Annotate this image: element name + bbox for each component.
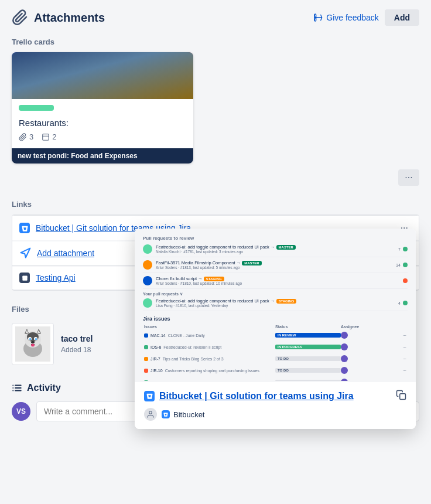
pr-title: Featreduced-ui: add toggle component to …: [156, 244, 395, 250]
svg-point-11: [29, 338, 31, 340]
trello-card-image: [12, 52, 193, 99]
svg-rect-0: [43, 134, 49, 140]
jira-dot: [144, 357, 148, 361]
copy-icon: [396, 390, 406, 400]
jira-assignee: [341, 367, 348, 374]
jira-key: JIR-10 Customers reporting shoping cart …: [144, 369, 275, 373]
jira-status: IN REVIEW: [275, 333, 341, 338]
build-indicator: [403, 301, 408, 305]
svg-marker-2: [21, 248, 30, 258]
popup-preview-content: Pull requests to review Featreduced-ui: …: [135, 229, 416, 381]
pr-title: Featreduced-ui: add toggle component to …: [156, 298, 395, 304]
build-indicator: [403, 263, 408, 267]
trello-card-name: Restaurants:: [19, 118, 186, 128]
pr-stats-2: 34: [396, 263, 408, 267]
trello-card-meta: 3 2: [19, 132, 186, 141]
pr-item: Chore: fix build script → STAGING Artur …: [143, 276, 408, 289]
pr-stats-4: 4: [398, 301, 408, 305]
popup-link-title[interactable]: Bitbucket | Git solution for teams using…: [159, 391, 354, 401]
pr-content: Chore: fix build script → STAGING Artur …: [156, 276, 399, 285]
source-name-text: Bitbucket: [173, 410, 204, 419]
popup-source-row: Bitbucket: [144, 408, 406, 421]
pr-item: FastFil-3571 Media Filmstrip Component →…: [143, 260, 408, 273]
megaphone-icon: [313, 13, 323, 22]
svg-rect-3: [22, 275, 27, 280]
add-button[interactable]: Add: [385, 9, 419, 26]
jira-table-header: Issues Status Assignee: [143, 325, 408, 329]
trello-more-button[interactable]: ···: [398, 169, 419, 186]
pr-stats-1: 7: [398, 247, 408, 251]
jira-row: JIR-10 Customers reporting shoping cart …: [143, 366, 408, 376]
links-section-label: Links: [12, 200, 419, 209]
jira-assignee: [341, 379, 348, 381]
popup-title-row: Bitbucket | Git solution for teams using…: [144, 390, 406, 402]
pr-content: Featreduced-ui: add toggle component to …: [156, 298, 395, 308]
trello-card-body: Restaurants: 3 2: [12, 99, 193, 148]
build-indicator: [403, 278, 408, 283]
avatar: VS: [12, 402, 30, 421]
pr-avatar: [143, 260, 152, 270]
popup-source-name: Bitbucket: [162, 410, 204, 419]
popup-bitbucket-icon: [144, 391, 155, 401]
svg-point-26: [149, 411, 152, 414]
add-attachment-icon: [19, 247, 31, 259]
file-info: taco trel Added 18: [61, 334, 93, 354]
bitbucket-icon: [19, 223, 30, 233]
pr-item: Featreduced-ui: add toggle component to …: [143, 244, 408, 257]
jira-row: MAC-14 CLONE - June Daily IN REVIEW ···: [143, 331, 408, 340]
trello-card[interactable]: Restaurants: 3 2: [12, 52, 193, 164]
file-name: taco trel: [61, 334, 93, 343]
source-bb-icon: [162, 410, 170, 418]
jira-dot: [144, 380, 148, 382]
jira-section-header: Jira issues: [143, 316, 408, 322]
jira-row: JIR-7 Tips and Tricks Blog Series 2 of 3…: [143, 354, 408, 364]
jira-key: Fil-6 Afterburner revision III automatio…: [144, 380, 275, 382]
attachment-icon: [19, 133, 27, 141]
pr-badge-4: STAGING: [276, 299, 297, 304]
jira-assignee: [341, 355, 348, 362]
give-feedback-button[interactable]: Give feedback: [313, 13, 379, 22]
jira-status: TO DO: [275, 356, 341, 361]
trello-card-footer: new test pondi: Food and Expenses: [12, 148, 193, 164]
card-number: 2: [52, 132, 56, 141]
trello-card-footer-text: Food and Expenses: [69, 152, 138, 160]
pr-sub-4: Lisa Fung · #1810, last updated: Yesterd…: [156, 304, 395, 308]
trello-card-footer-bold: new test pondi:: [18, 152, 69, 160]
source-avatar: [144, 408, 157, 421]
pr-badge-1: MASTER: [276, 245, 296, 250]
pr-badge-2: MASTER: [242, 261, 261, 265]
pr-item: Featreduced-ui: add toggle component to …: [143, 298, 408, 311]
file-meta: Added 18: [61, 346, 93, 354]
jira-key: IOS-8 Featreduced-ui: revision ii script: [144, 345, 275, 349]
popup-footer: Bitbucket | Git solution for teams using…: [135, 381, 416, 429]
page-header: Attachments Give feedback Add: [12, 9, 419, 26]
pr-stats-3: [403, 278, 408, 283]
link-popup: Pull requests to review Featreduced-ui: …: [135, 229, 416, 429]
header-left: Attachments: [12, 9, 105, 26]
jira-row: IOS-8 Featreduced-ui: revision ii script…: [143, 342, 408, 352]
svg-point-13: [31, 341, 35, 343]
pr-title: Chore: fix build script → STAGING: [156, 276, 399, 281]
jira-dot: [144, 345, 148, 349]
card-count: 2: [42, 132, 56, 141]
svg-point-18: [31, 344, 35, 347]
pr-title: FastFil-3571 Media Filmstrip Component →…: [156, 260, 392, 265]
svg-point-12: [35, 338, 37, 340]
header-right: Give feedback Add: [313, 9, 419, 26]
activity-icon: [12, 383, 22, 393]
activity-title: Activity: [27, 383, 61, 393]
jira-status: IN PROGRESS: [275, 345, 341, 349]
your-pr-header: Your pull requests ∨: [143, 292, 408, 297]
copy-button[interactable]: [396, 390, 406, 402]
pr-content: FastFil-3571 Media Filmstrip Component →…: [156, 260, 392, 270]
jira-status: TO DO: [275, 368, 341, 373]
card-icon: [42, 133, 50, 141]
jira-key: MAC-14 CLONE - June Daily: [144, 333, 275, 338]
trello-section: Trello cards Restaurants: 3: [12, 38, 419, 186]
svg-rect-25: [400, 394, 406, 400]
popup-title-left: Bitbucket | Git solution for teams using…: [144, 391, 354, 401]
pr-avatar: [143, 244, 152, 254]
file-thumbnail: [12, 323, 54, 365]
pr-badge-3: STAGING: [204, 277, 224, 281]
jira-row: Fil-6 Afterburner revision III automatio…: [143, 377, 408, 381]
